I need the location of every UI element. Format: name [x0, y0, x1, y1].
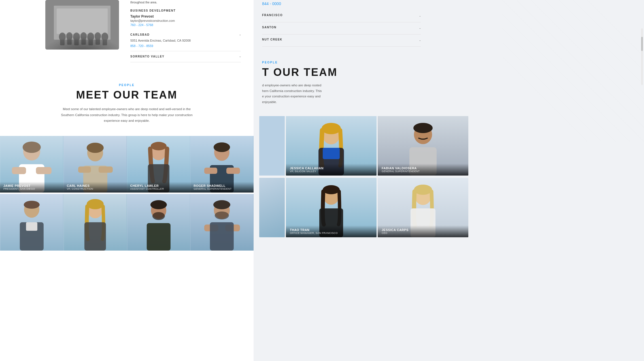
carlsbad-toggle: -	[239, 32, 241, 37]
roger-overlay: ROGER SHADWELL GENERAL SUPERINTENDENT	[190, 182, 254, 193]
card7-bg	[127, 194, 190, 251]
thao-title: OFFICE MANAGER, SAN FRANCISCO	[290, 232, 373, 234]
right-team-row-2: THAO TRAN OFFICE MANAGER, SAN FRANCISCO	[259, 178, 468, 237]
francisco-label: FRANCISCO	[262, 14, 283, 19]
svg-rect-27	[78, 166, 91, 173]
scrollbar-track	[641, 28, 643, 85]
right-loc-santon[interactable]: SANTON -	[262, 22, 421, 35]
carl-overlay: CARL HAINES VP, CONSTRUCTION	[63, 182, 127, 193]
svg-point-56	[213, 200, 230, 209]
svg-point-84	[323, 185, 340, 194]
biz-dev-section: throughout the area. BUSINESS DEVELOPMEN…	[130, 0, 241, 62]
sorrento-name: SORRENTO VALLEY	[130, 55, 164, 58]
jessica-carps-title: CEO	[382, 232, 464, 234]
svg-line-71	[502, 57, 587, 142]
meet-team-desc-left: Meet some of our talented employee-owner…	[60, 106, 194, 124]
carlsbad-phone[interactable]: 858 - 720 - 8559	[130, 44, 153, 48]
svg-line-63	[531, 0, 644, 113]
right-loc-nutcreek[interactable]: NUT CREEK -	[262, 35, 421, 47]
svg-line-64	[545, 0, 644, 99]
jamie-overlay: JAMIE PREVOST PRESIDENT, SAN DIEGO	[0, 182, 63, 193]
right-partial-card-2[interactable]	[259, 178, 285, 237]
team-card-jamie[interactable]: JAMIE PREVOST PRESIDENT, SAN DIEGO	[0, 136, 63, 193]
svg-line-70	[502, 42, 602, 142]
team-card-8[interactable]	[190, 194, 254, 251]
team-card-jessica-carps[interactable]: JESSICA CARPS CEO	[378, 178, 468, 237]
thao-name: THAO TRAN	[290, 228, 373, 232]
fabian-name: FABIAN VALDIOSERA	[382, 166, 464, 170]
thao-overlay: THAO TRAN OFFICE MANAGER, SAN FRANCISCO	[286, 225, 377, 237]
team-card-6[interactable]	[63, 194, 127, 251]
jessica-c-overlay: JESSICA CALLAHAN VP, SILICON VALLEY	[286, 164, 377, 176]
biz-dev-person-name: Taylor Prevost	[130, 14, 241, 18]
right-desc-2: hern California construction industry. T…	[262, 88, 421, 94]
team-card-5[interactable]	[0, 194, 63, 251]
svg-line-65	[559, 0, 644, 85]
right-panel: 844 - 0000 FRANCISCO - SANTON - NUT CREE…	[254, 0, 644, 361]
sorrento-toggle: -	[239, 54, 241, 59]
location-sorrento[interactable]: SORRENTO VALLEY -	[130, 51, 241, 62]
card7-svg	[127, 194, 190, 251]
svg-line-68	[502, 14, 630, 142]
team-card-cheryl[interactable]: CHERYL LAWLER ASSISTANT CONTROLLER	[127, 136, 190, 193]
location-sorrento-header[interactable]: SORRENTO VALLEY -	[130, 54, 241, 59]
svg-line-66	[573, 0, 644, 71]
cheryl-overlay: CHERYL LAWLER ASSISTANT CONTROLLER	[127, 182, 190, 193]
bg-decoration-svg	[502, 0, 644, 142]
carlsbad-address: 5051 Avenida Encinas, Carlsbad, CA 92008	[130, 39, 241, 42]
svg-line-61	[502, 0, 644, 142]
biz-dev-email: taylor@prevostconstruction.com	[130, 19, 241, 22]
card8-bg	[190, 194, 254, 251]
location-carlsbad[interactable]: CARLSBAD - 5051 Avenida Encinas, Carlsba…	[130, 32, 241, 51]
meet-team-section: PEOPLE MEET OUR TEAM Meet some of our ta…	[0, 84, 254, 131]
jamie-title: PRESIDENT, SAN DIEGO	[3, 187, 60, 190]
nutcreek-toggle: -	[419, 38, 421, 43]
svg-point-80	[413, 123, 433, 133]
jessica-c-name: JESSICA CALLAHAN	[290, 166, 373, 170]
team-card-fabian[interactable]: FABIAN VALDIOSERA GENERAL SUPERINTENDENT	[378, 116, 468, 176]
fabian-overlay: FABIAN VALDIOSERA GENERAL SUPERINTENDENT	[378, 164, 468, 176]
svg-line-62	[517, 0, 644, 127]
svg-rect-21	[12, 167, 26, 174]
card6-bg	[63, 194, 127, 251]
svg-rect-37	[204, 168, 217, 174]
team-card-carl[interactable]: CARL HAINES VP, CONSTRUCTION	[63, 136, 127, 193]
svg-line-67	[587, 0, 644, 57]
team-card-thao[interactable]: THAO TRAN OFFICE MANAGER, SAN FRANCISCO	[286, 178, 377, 237]
jamie-name: JAMIE PREVOST	[3, 184, 60, 187]
svg-point-19	[23, 142, 41, 153]
svg-rect-2	[57, 8, 108, 34]
people-label-right: PEOPLE	[262, 61, 421, 64]
team-card-7[interactable]	[127, 194, 190, 251]
svg-point-57	[215, 212, 229, 219]
right-loc-francisco[interactable]: FRANCISCO -	[262, 10, 421, 22]
right-partial-card[interactable]	[259, 116, 285, 176]
left-panel: throughout the area. BUSINESS DEVELOPMEN…	[0, 0, 254, 361]
svg-rect-53	[146, 223, 170, 251]
scrollbar-thumb[interactable]	[641, 37, 643, 51]
cheryl-name: CHERYL LAWLER	[130, 184, 187, 187]
svg-point-25	[87, 143, 104, 153]
location-carlsbad-header[interactable]: CARLSBAD -	[130, 32, 241, 37]
right-meet-team-section: PEOPLE T OUR TEAM d employee-owners who …	[262, 61, 421, 105]
svg-point-52	[152, 212, 165, 220]
biz-dev-phone[interactable]: 760 - 224 - 5768	[130, 23, 241, 27]
right-meet-title: T OUR TEAM	[262, 66, 421, 78]
team-card-roger[interactable]: ROGER SHADWELL GENERAL SUPERINTENDENT	[190, 136, 254, 193]
meet-team-title-left: MEET OUR TEAM	[0, 89, 254, 101]
partial-svg	[259, 116, 285, 176]
right-phone[interactable]: 844 - 0000	[262, 1, 421, 6]
card5-svg	[0, 194, 63, 251]
carlsbad-details: 5051 Avenida Encinas, Carlsbad, CA 92008…	[130, 37, 241, 48]
card6-svg	[63, 194, 127, 251]
team-photo-container	[45, 0, 119, 51]
cheryl-title: ASSISTANT CONTROLLER	[130, 187, 187, 190]
card8-svg	[190, 194, 254, 251]
photo-shadow	[45, 35, 119, 50]
card5-bg	[0, 194, 63, 251]
svg-line-69	[502, 28, 616, 142]
team-card-jessica-c[interactable]: JESSICA CALLAHAN VP, SILICON VALLEY	[286, 116, 377, 176]
santon-label: SANTON	[262, 26, 277, 31]
svg-point-47	[87, 199, 104, 209]
carl-title: VP, CONSTRUCTION	[67, 187, 124, 190]
